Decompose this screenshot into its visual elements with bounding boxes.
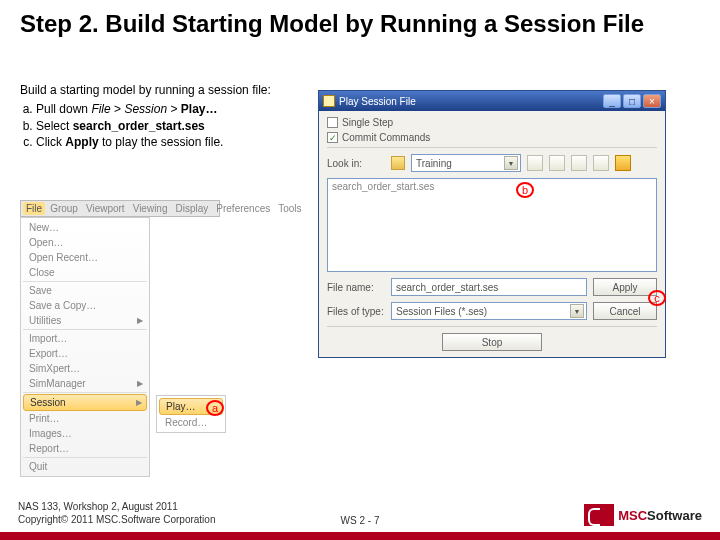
chevron-down-icon[interactable]: ▼ xyxy=(570,304,584,318)
logo-mark-icon xyxy=(584,504,614,526)
commit-commands-checkbox[interactable]: ✓ xyxy=(327,132,338,143)
chevron-right-icon: ▶ xyxy=(137,316,143,325)
up-folder-icon[interactable] xyxy=(527,155,543,171)
menu-tools[interactable]: Tools xyxy=(275,202,304,215)
chevron-right-icon: ▶ xyxy=(137,379,143,388)
file-menu-screenshot: File Group Viewport Viewing Display Pref… xyxy=(20,200,220,477)
chevron-right-icon: ▶ xyxy=(136,398,142,407)
cancel-button[interactable]: Cancel xyxy=(593,302,657,320)
single-step-label: Single Step xyxy=(342,117,393,128)
mi-export[interactable]: Export… xyxy=(23,346,147,361)
dialog-titlebar: Play Session File _ □ × xyxy=(319,91,665,111)
filename-label: File name: xyxy=(327,282,385,293)
mi-simmanager[interactable]: SimManager▶ xyxy=(23,376,147,393)
folder-icon xyxy=(391,156,405,170)
menu-viewing[interactable]: Viewing xyxy=(130,202,171,215)
mi-save[interactable]: Save xyxy=(23,283,147,298)
mi-images[interactable]: Images… xyxy=(23,426,147,441)
look-in-label: Look in: xyxy=(327,158,385,169)
menu-viewport[interactable]: Viewport xyxy=(83,202,128,215)
step-b: Select search_order_start.ses xyxy=(36,118,315,135)
mi-simxpert[interactable]: SimXpert… xyxy=(23,361,147,376)
mi-new[interactable]: New… xyxy=(23,220,147,235)
close-button[interactable]: × xyxy=(643,94,661,108)
filetype-label: Files of type: xyxy=(327,306,385,317)
msc-logo: MSCSoftware xyxy=(584,504,702,526)
mi-quit[interactable]: Quit xyxy=(23,459,147,474)
dialog-title: Play Session File xyxy=(339,96,416,107)
menu-display[interactable]: Display xyxy=(173,202,212,215)
filetype-field[interactable]: Session Files (*.ses) ▼ xyxy=(391,302,587,320)
instructions: Build a starting model by running a sess… xyxy=(20,82,315,151)
mi-report[interactable]: Report… xyxy=(23,441,147,458)
apply-button[interactable]: Apply xyxy=(593,278,657,296)
filename-field[interactable]: search_order_start.ses xyxy=(391,278,587,296)
mi-save-copy[interactable]: Save a Copy… xyxy=(23,298,147,313)
mi-record[interactable]: Record… xyxy=(159,415,223,430)
menu-group[interactable]: Group xyxy=(47,202,81,215)
look-in-field[interactable]: Training ▼ xyxy=(411,154,521,172)
mi-utilities[interactable]: Utilities▶ xyxy=(23,313,147,330)
mi-open[interactable]: Open… xyxy=(23,235,147,250)
list-view-icon[interactable] xyxy=(571,155,587,171)
menu-file[interactable]: File xyxy=(23,202,45,215)
stop-button[interactable]: Stop xyxy=(442,333,542,351)
new-folder-icon[interactable] xyxy=(549,155,565,171)
commit-commands-label: Commit Commands xyxy=(342,132,430,143)
callout-b: b xyxy=(516,182,534,198)
mi-close[interactable]: Close xyxy=(23,265,147,282)
single-step-checkbox[interactable] xyxy=(327,117,338,128)
favorites-icon[interactable] xyxy=(615,155,631,171)
slide-title: Step 2. Build Starting Model by Running … xyxy=(20,10,700,39)
file-dropdown: New… Open… Open Recent… Close Save Save … xyxy=(20,217,150,477)
detail-view-icon[interactable] xyxy=(593,155,609,171)
step-a: Pull down File > Session > Play… xyxy=(36,101,315,118)
footer-bar xyxy=(0,532,720,540)
callout-a: a xyxy=(206,400,224,416)
mi-open-recent[interactable]: Open Recent… xyxy=(23,250,147,265)
play-session-dialog: Play Session File _ □ × Single Step ✓ Co… xyxy=(318,90,666,358)
maximize-button[interactable]: □ xyxy=(623,94,641,108)
list-item[interactable]: search_order_start.ses xyxy=(332,181,652,192)
callout-c: c xyxy=(648,290,666,306)
step-c: Click Apply to play the session file. xyxy=(36,134,315,151)
mi-import[interactable]: Import… xyxy=(23,331,147,346)
intro-text: Build a starting model by running a sess… xyxy=(20,82,315,99)
app-icon xyxy=(323,95,335,107)
file-listbox[interactable]: search_order_start.ses xyxy=(327,178,657,272)
chevron-down-icon[interactable]: ▼ xyxy=(504,156,518,170)
minimize-button[interactable]: _ xyxy=(603,94,621,108)
menubar: File Group Viewport Viewing Display Pref… xyxy=(20,200,220,217)
mi-session[interactable]: Session▶ Play… Record… xyxy=(23,394,147,411)
mi-print[interactable]: Print… xyxy=(23,411,147,426)
menu-preferences[interactable]: Preferences xyxy=(213,202,273,215)
